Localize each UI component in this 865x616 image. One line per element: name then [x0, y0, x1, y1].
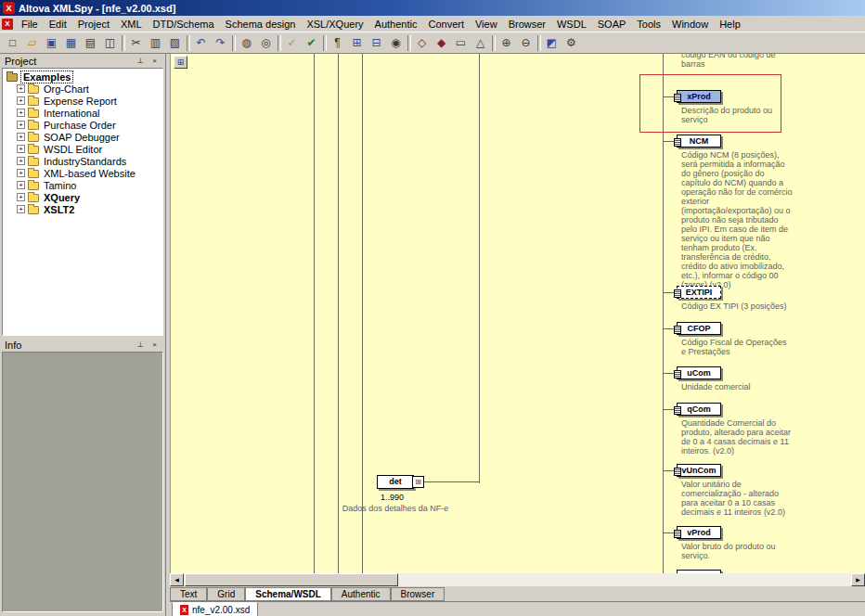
menu-item[interactable]: Tools [631, 18, 666, 31]
view-tab[interactable]: Grid [207, 587, 245, 601]
expand-plus-icon[interactable]: + [17, 205, 25, 213]
element-box-vProd[interactable]: vProd [677, 526, 721, 539]
view-tab[interactable]: Browser [391, 587, 445, 601]
view-tab[interactable]: Schema/WSDL [245, 587, 331, 601]
view-tab[interactable]: Authentic [331, 587, 391, 601]
text-view-icon[interactable]: ¶ [328, 34, 347, 52]
menu-item[interactable]: XSL/XQuery [301, 18, 368, 31]
database-icon[interactable]: ◩ [542, 34, 562, 52]
element-box-NCM[interactable]: NCM [677, 135, 721, 148]
expand-plus-icon[interactable]: + [17, 133, 25, 141]
print-preview-icon[interactable]: ◫ [100, 34, 120, 52]
redo-icon[interactable]: ↷ [211, 34, 230, 52]
project-tree-item[interactable]: + WSDL Editor [5, 143, 162, 155]
validate-icon[interactable]: ✔ [302, 34, 321, 52]
menu-item[interactable]: Edit [44, 18, 72, 31]
pin-icon[interactable]: ⊥ [135, 340, 147, 351]
file-tab[interactable]: X nfe_v2.00.xsd [172, 602, 258, 616]
element-box-xProd[interactable]: xProd [677, 90, 721, 103]
element-box-det[interactable]: det [377, 475, 414, 489]
element-box-EXTIPI[interactable]: EXTIPI [677, 286, 721, 299]
menu-item[interactable]: File [16, 18, 44, 31]
project-tree-root[interactable]: Examples [5, 71, 162, 83]
menu-item[interactable]: DTD/Schema [148, 18, 220, 31]
expand-plus-icon[interactable]: + [17, 109, 25, 117]
menu-item[interactable]: Schema design [220, 18, 302, 31]
element-icon[interactable]: ◇ [412, 34, 432, 52]
menu-bar: X FileEditProjectXMLDTD/SchemaSchema des… [0, 16, 865, 32]
schema-root-button[interactable]: ⊞ [174, 56, 187, 69]
settings-icon[interactable]: ⚙ [562, 34, 581, 52]
open-file-icon[interactable]: ▱ [22, 34, 42, 52]
sequence-icon[interactable]: ▭ [451, 34, 471, 52]
grid-view-icon[interactable]: ⊞ [347, 34, 367, 52]
project-tree-item[interactable]: + XSLT2 [5, 203, 162, 215]
menu-item[interactable]: Browser [503, 18, 551, 31]
cut-icon[interactable]: ✂ [126, 34, 146, 52]
check-wellformed-icon[interactable]: ✓ [282, 34, 302, 52]
element-box-CFOP[interactable]: CFOP [677, 322, 721, 335]
project-tree-item[interactable]: + SOAP Debugger [5, 131, 162, 143]
close-icon[interactable]: × [148, 340, 161, 351]
project-tree-item[interactable]: + Org-Chart [5, 83, 162, 95]
menu-item[interactable]: Project [72, 18, 115, 31]
pin-icon[interactable]: ⊥ [135, 56, 147, 67]
paste-icon[interactable]: ▨ [165, 34, 185, 52]
document-icon[interactable]: X [2, 19, 13, 30]
expand-plus-icon[interactable]: + [17, 121, 25, 129]
menu-item[interactable]: Help [714, 18, 746, 31]
element-box-vUnCom[interactable]: vUnCom [677, 464, 721, 477]
horizontal-scrollbar[interactable]: ◀ ▶ [170, 573, 865, 586]
menu-item[interactable]: View [470, 18, 503, 31]
find-icon[interactable]: ◍ [237, 34, 256, 52]
project-tree-item[interactable]: + XQuery [5, 191, 162, 203]
element-box-uCom[interactable]: uCom [677, 366, 721, 379]
info-panel-header: Info ⊥ × [2, 338, 163, 352]
scroll-left-button[interactable]: ◀ [170, 573, 184, 586]
choice-icon[interactable]: △ [471, 34, 490, 52]
element-box-qCom[interactable]: qCom [677, 403, 721, 416]
undo-icon[interactable]: ↶ [191, 34, 211, 52]
scrollbar-thumb[interactable] [185, 573, 398, 586]
expand-plus-icon[interactable]: + [17, 84, 25, 93]
menu-item[interactable]: SOAP [592, 18, 632, 31]
project-tree-item[interactable]: + Expense Report [5, 95, 162, 107]
zoom-out-icon[interactable]: ⊖ [516, 34, 536, 52]
menu-item[interactable]: XML [115, 18, 148, 31]
expand-plus-icon[interactable]: + [17, 157, 25, 165]
element-annotation: Unidade comercial [681, 382, 793, 391]
close-icon[interactable]: × [148, 56, 161, 67]
scroll-right-button[interactable]: ▶ [851, 573, 865, 586]
project-tree-item[interactable]: + IndustryStandards [5, 155, 162, 167]
folder-icon [28, 134, 39, 142]
info-panel-body [2, 352, 163, 612]
expand-plus-icon[interactable]: + [17, 145, 25, 153]
find-next-icon[interactable]: ◎ [256, 34, 276, 52]
save-all-icon[interactable]: ▦ [61, 34, 81, 52]
new-file-icon[interactable]: □ [3, 34, 22, 52]
project-tree-item[interactable]: + Purchase Order [5, 119, 162, 131]
browser-view-icon[interactable]: ◉ [386, 34, 406, 52]
menu-item[interactable]: Window [666, 18, 714, 31]
expand-plus-icon[interactable]: + [17, 96, 25, 105]
project-tree-item[interactable]: + Tamino [5, 179, 162, 191]
content-model-icon[interactable]: ⊞ [412, 476, 424, 488]
expand-plus-icon[interactable]: + [17, 193, 25, 201]
attribute-icon[interactable]: ◆ [432, 34, 451, 52]
zoom-in-icon[interactable]: ⊕ [497, 34, 516, 52]
print-icon[interactable]: ▤ [81, 34, 100, 52]
menu-item[interactable]: Authentic [369, 18, 423, 31]
project-tree-item[interactable]: + XML-based Website [5, 167, 162, 179]
expand-plus-icon[interactable]: + [17, 169, 25, 177]
schema-view-icon[interactable]: ⊟ [367, 34, 386, 52]
copy-icon[interactable]: ▥ [146, 34, 165, 52]
project-tree-item[interactable]: + International [5, 107, 162, 119]
element-annotation: Valor bruto do produto ou serviço. [681, 542, 793, 560]
tree-item-label: SOAP Debugger [42, 132, 122, 143]
view-tab[interactable]: Text [170, 587, 207, 601]
menu-item[interactable]: WSDL [551, 18, 592, 31]
element-annotation: Código NCM (8 posições), será permitida … [681, 150, 793, 289]
expand-plus-icon[interactable]: + [17, 181, 25, 189]
menu-item[interactable]: Convert [422, 18, 470, 31]
save-file-icon[interactable]: ▣ [42, 34, 61, 52]
